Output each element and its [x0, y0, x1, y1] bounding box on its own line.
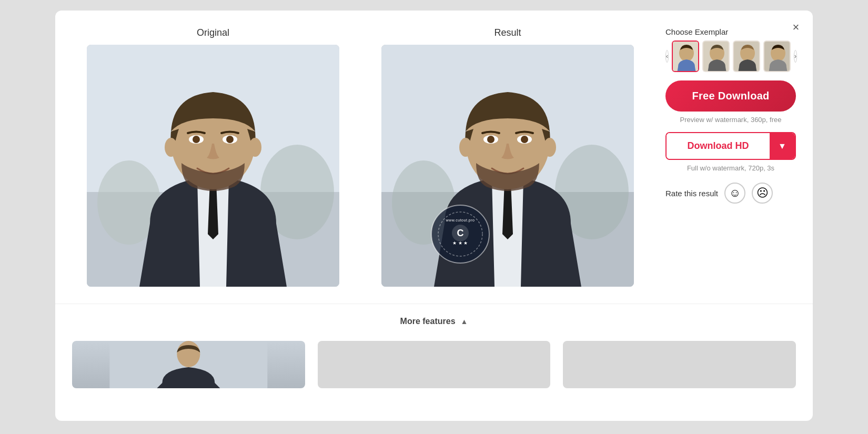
rate-sad-button[interactable]: ☹: [752, 183, 773, 204]
rate-row: Rate this result ☺ ☹: [665, 183, 796, 204]
exemplar-next-button[interactable]: ›: [794, 50, 797, 63]
svg-text:★ ★ ★: ★ ★ ★: [452, 240, 468, 246]
original-label: Original: [197, 27, 229, 38]
result-image-box: www.cutout.pro C ★ ★ ★: [381, 45, 634, 287]
expand-arrow-icon: ▲: [461, 317, 468, 326]
exemplar-thumb-img-4: [764, 42, 791, 72]
exemplar-thumb-img-3: [734, 42, 760, 72]
original-image-box: [87, 45, 339, 287]
rate-label: Rate this result: [665, 189, 718, 198]
choose-exemplar-section: Choose Exemplar ‹: [665, 27, 796, 72]
svg-point-11: [249, 138, 261, 157]
svg-text:C: C: [457, 228, 464, 238]
hd-note: Full w/o watermark, 720p, 3s: [665, 164, 796, 172]
feature-thumb-person: [72, 341, 305, 388]
exemplar-prev-button[interactable]: ‹: [665, 50, 669, 63]
svg-point-39: [177, 341, 200, 367]
feature-thumb-mid: [318, 341, 551, 388]
chevron-right-icon: ›: [794, 53, 796, 60]
exemplar-thumb-3[interactable]: [733, 41, 760, 72]
more-features-toggle[interactable]: More features ▲: [72, 317, 796, 337]
chevron-left-icon: ‹: [666, 53, 668, 60]
svg-point-10: [165, 138, 177, 157]
exemplar-thumb-img-1: [673, 42, 699, 72]
svg-point-7: [193, 136, 200, 143]
result-photo: www.cutout.pro C ★ ★ ★: [381, 45, 634, 287]
svg-point-19: [487, 136, 494, 143]
close-icon: ×: [793, 21, 800, 34]
feature-thumb-right: [563, 341, 796, 388]
svg-text:www.cutout.pro: www.cutout.pro: [446, 218, 475, 223]
chevron-down-icon: ▼: [778, 142, 786, 151]
original-photo: [87, 45, 339, 287]
right-panel: Choose Exemplar ‹: [649, 27, 796, 287]
rate-happy-button[interactable]: ☺: [724, 183, 745, 204]
top-section: Original: [55, 11, 813, 287]
more-features-label: More features: [400, 317, 456, 326]
download-hd-row: Download HD ▼: [665, 132, 796, 160]
svg-point-9: [226, 136, 234, 143]
exemplar-thumbnails: [672, 41, 791, 72]
exemplar-thumb-1[interactable]: [672, 41, 699, 72]
happy-face-icon: ☺: [729, 186, 741, 200]
images-area: Original: [72, 27, 649, 287]
feature-thumb-person-img: [72, 341, 305, 388]
svg-point-23: [543, 138, 556, 157]
svg-point-22: [459, 138, 472, 157]
svg-point-21: [521, 136, 528, 143]
feature-thumbs: [72, 341, 796, 388]
exemplar-thumb-2[interactable]: [702, 41, 730, 72]
download-hd-button[interactable]: Download HD: [667, 133, 770, 159]
exemplar-thumb-img-2: [703, 42, 730, 72]
result-label: Result: [494, 27, 521, 38]
exemplar-row: ‹: [665, 41, 796, 72]
result-column: Result: [367, 27, 649, 287]
main-modal: × Original: [55, 11, 813, 421]
original-column: Original: [72, 27, 354, 287]
close-button[interactable]: ×: [788, 19, 804, 36]
choose-exemplar-label: Choose Exemplar: [665, 27, 796, 36]
bottom-section: More features ▲: [55, 304, 813, 399]
preview-note: Preview w/ watermark, 360p, free: [665, 116, 796, 124]
free-download-button[interactable]: Free Download: [665, 80, 796, 112]
exemplar-thumb-4[interactable]: [763, 41, 791, 72]
sad-face-icon: ☹: [756, 186, 769, 200]
download-hd-dropdown-button[interactable]: ▼: [770, 133, 795, 159]
